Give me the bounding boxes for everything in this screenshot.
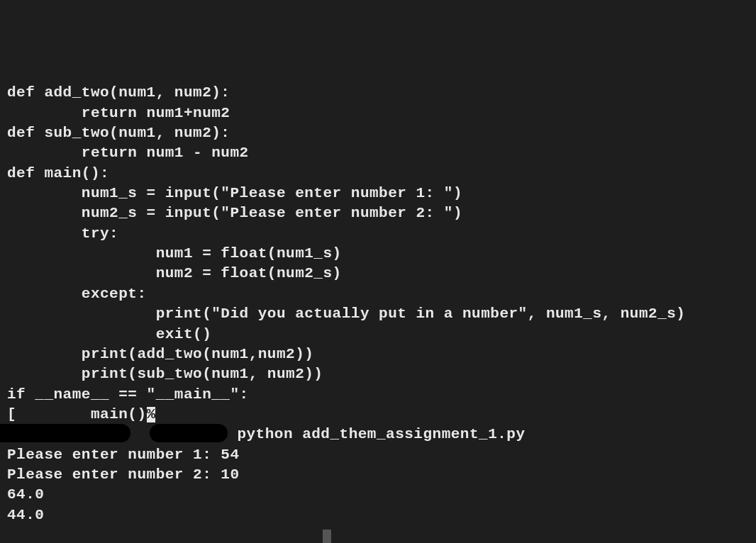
- output-line: 64.0: [7, 485, 749, 505]
- code-line: num2 = float(num2_s): [7, 264, 749, 284]
- code-line: exit(): [7, 325, 749, 345]
- code-line: return num1+num2: [7, 103, 749, 123]
- code-line: return num1 - num2: [7, 143, 749, 163]
- code-line: except:: [7, 284, 749, 304]
- code-line: if __name__ == "__main__":: [7, 385, 749, 405]
- code-line: print("Did you actually put in a number"…: [7, 304, 749, 324]
- cursor-icon: [323, 530, 331, 543]
- cursor-icon: %: [147, 407, 155, 422]
- code-bracket: [: [7, 406, 16, 422]
- output-line: 44.0: [7, 505, 749, 525]
- redacted-region: [150, 424, 228, 442]
- code-line: num1_s = input("Please enter number 1: "…: [7, 184, 749, 203]
- code-line: def sub_two(num1, num2):: [7, 123, 749, 143]
- code-line: try:: [7, 224, 749, 244]
- terminal-viewport[interactable]: def add_two(num1, num2): return num1+num…: [7, 83, 749, 543]
- code-line: num1 = float(num1_s): [7, 244, 749, 264]
- redacted-region: [0, 424, 130, 442]
- output-line: Please enter number 1: 54: [7, 445, 749, 465]
- code-text: main(): [16, 406, 146, 422]
- shell-command: python add_them_assignment_1.py: [228, 426, 525, 442]
- shell-prompt-line: python add_them_assignment_1.py: [7, 425, 749, 444]
- output-line: Please enter number 2: 10: [7, 465, 749, 485]
- code-line: print(add_two(num1,num2)): [7, 345, 749, 364]
- code-line: def main():: [7, 164, 749, 184]
- code-line: num2_s = input("Please enter number 2: "…: [7, 203, 749, 223]
- code-line: def add_two(num1, num2):: [7, 83, 749, 103]
- code-line: print(sub_two(num1, num2)): [7, 364, 749, 384]
- empty-prompt: [7, 525, 749, 543]
- code-line-last: [ main()%: [7, 405, 749, 425]
